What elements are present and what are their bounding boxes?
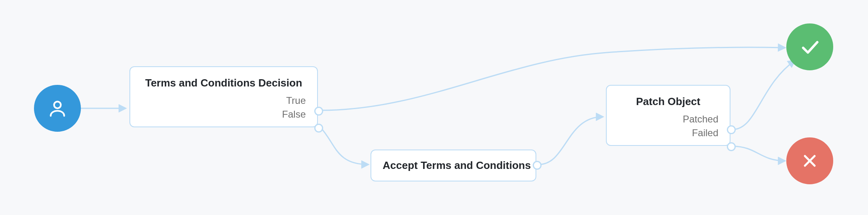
patch-output-failed[interactable]: Failed [692, 127, 718, 139]
check-icon [798, 36, 821, 58]
edge-patched-success [733, 61, 795, 129]
edge-false-accept [320, 127, 368, 164]
close-icon [800, 151, 819, 171]
user-icon [47, 98, 68, 118]
fail-node[interactable] [786, 137, 833, 184]
decision-node[interactable]: Terms and Conditions Decision True False [129, 66, 318, 127]
decision-output-true[interactable]: True [286, 95, 306, 106]
patch-node[interactable]: Patch Object Patched Failed [606, 85, 730, 146]
patch-title: Patch Object [618, 95, 718, 108]
start-node[interactable] [34, 85, 81, 132]
edge-accept-patch [539, 117, 603, 164]
edge-failed-fail [733, 146, 785, 161]
flow-canvas: Terms and Conditions Decision True False… [0, 0, 868, 215]
decision-title: Terms and Conditions Decision [142, 77, 306, 89]
accept-title: Accept Terms and Conditions [383, 159, 524, 172]
port-decision-false[interactable] [314, 124, 323, 133]
port-patch-patched[interactable] [727, 125, 736, 134]
accept-node[interactable]: Accept Terms and Conditions [370, 150, 536, 181]
patch-output-patched[interactable]: Patched [683, 114, 718, 125]
success-node[interactable] [786, 23, 833, 70]
port-decision-true[interactable] [314, 107, 323, 116]
port-patch-failed[interactable] [727, 142, 736, 151]
svg-point-0 [54, 101, 61, 108]
port-accept-out[interactable] [533, 161, 542, 170]
decision-output-false[interactable]: False [282, 109, 306, 120]
